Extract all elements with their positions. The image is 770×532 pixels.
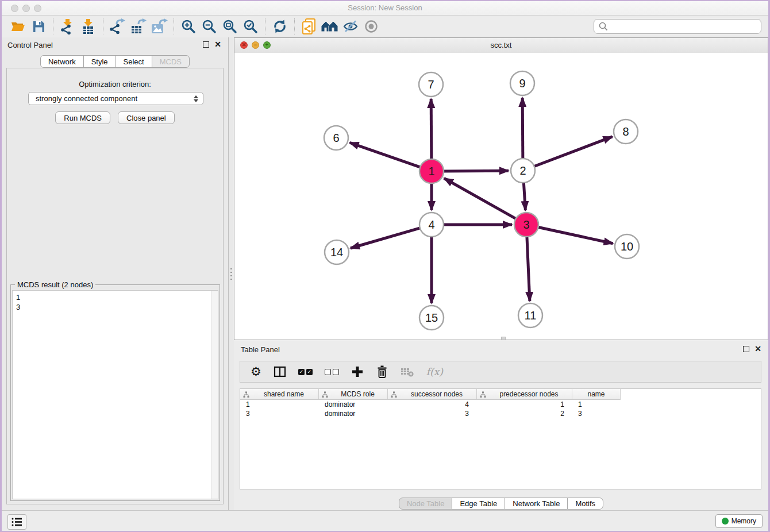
table-cell[interactable]: 3 xyxy=(572,410,621,418)
clone-network-button[interactable] xyxy=(299,17,319,36)
import-network-button[interactable] xyxy=(57,17,78,36)
control-panel-tab-select[interactable]: Select xyxy=(116,55,152,68)
zoom-out-button[interactable] xyxy=(199,17,220,36)
table-row[interactable]: 1dominator411 xyxy=(240,400,761,409)
network-graph[interactable]: 1234678910111415 xyxy=(234,53,768,340)
table-cell[interactable]: 3 xyxy=(388,410,477,418)
table-tab-network-table[interactable]: Network Table xyxy=(505,498,568,510)
hide-selected-button[interactable] xyxy=(340,17,361,36)
table-cell[interactable]: dominator xyxy=(319,400,388,408)
graph-edge-3-11[interactable] xyxy=(527,236,530,301)
close-panel-button[interactable]: Close panel xyxy=(118,111,175,124)
graph-node-label: 7 xyxy=(428,78,434,91)
dropdown-stepper-icon xyxy=(194,95,198,102)
control-panel-tab-mcds[interactable]: MCDS xyxy=(152,55,190,68)
criterion-dropdown[interactable]: strongly connected component xyxy=(28,92,203,105)
add-column-button[interactable] xyxy=(351,365,364,378)
open-session-button[interactable] xyxy=(7,17,28,36)
column-header-label: predecessor nodes xyxy=(486,390,572,398)
save-session-button[interactable] xyxy=(28,17,49,36)
search-box[interactable] xyxy=(594,19,761,34)
graph-edge-2-8[interactable] xyxy=(533,137,613,167)
close-panel-icon[interactable]: ✕ xyxy=(214,40,221,48)
mcds-result-text[interactable]: 1 3 xyxy=(12,290,218,499)
task-history-button[interactable] xyxy=(7,514,26,530)
graph-edge-3-1[interactable] xyxy=(444,178,517,219)
table-cell[interactable]: dominator xyxy=(319,410,388,418)
column-header-predecessor-nodes[interactable]: predecessor nodes xyxy=(477,389,572,400)
graph-edge-4-14[interactable] xyxy=(351,228,421,248)
refresh-layout-button[interactable] xyxy=(270,17,290,36)
table-row[interactable]: 3dominator323 xyxy=(240,409,761,418)
toolbar-separator xyxy=(53,18,53,34)
run-mcds-button[interactable]: Run MCDS xyxy=(55,111,110,124)
graph-node-label: 11 xyxy=(525,309,537,322)
float-panel-icon[interactable] xyxy=(203,41,209,48)
graph-edge-1-7[interactable] xyxy=(431,99,432,160)
graph-edge-3-10[interactable] xyxy=(537,227,613,244)
deselect-all-button[interactable] xyxy=(325,369,339,375)
home-group-button[interactable] xyxy=(319,17,340,36)
columns-icon xyxy=(274,365,286,378)
table-cell[interactable]: 2 xyxy=(477,410,572,418)
function-builder-button[interactable]: f(x) xyxy=(426,366,443,377)
table-cell[interactable]: 4 xyxy=(388,400,477,408)
table-cell[interactable]: 1 xyxy=(240,400,319,408)
export-image-icon xyxy=(151,18,168,34)
mcds-result-lines: 1 3 xyxy=(13,291,218,314)
show-columns-button[interactable] xyxy=(274,365,286,378)
memory-button[interactable]: Memory xyxy=(715,514,763,528)
delete-table-button[interactable] xyxy=(401,366,414,377)
column-header-name[interactable]: name xyxy=(572,389,621,400)
unchecked-box-icon xyxy=(333,369,339,375)
zoom-selected-button[interactable] xyxy=(240,17,261,36)
table-tab-edge-table[interactable]: Edge Table xyxy=(452,498,505,510)
delete-column-button[interactable] xyxy=(376,365,388,379)
network-canvas[interactable]: 1234678910111415 xyxy=(234,53,768,340)
zoom-fit-button[interactable] xyxy=(220,17,240,36)
graph-edge-1-6[interactable] xyxy=(350,142,421,167)
control-panel: Control Panel ✕ NetworkStyleSelectMCDS O… xyxy=(2,37,229,510)
import-table-button[interactable] xyxy=(78,17,99,36)
search-input[interactable] xyxy=(609,20,761,33)
table-cell[interactable]: 1 xyxy=(477,400,572,408)
graph-edge-2-3[interactable] xyxy=(523,182,525,210)
application-window: Session: New Session xyxy=(2,1,768,531)
export-table-button[interactable] xyxy=(128,17,149,36)
table-cell[interactable]: 1 xyxy=(572,400,621,408)
export-network-button[interactable] xyxy=(107,17,128,36)
zoom-in-icon xyxy=(181,19,196,34)
table-cell[interactable]: 3 xyxy=(240,410,319,418)
zoom-out-icon xyxy=(202,19,217,34)
column-header-shared-name[interactable]: shared name xyxy=(240,389,319,400)
node-table[interactable]: shared nameMCDS rolesuccessor nodesprede… xyxy=(240,388,761,489)
table-tab-node-table[interactable]: Node Table xyxy=(399,498,453,510)
float-panel-icon[interactable] xyxy=(743,346,749,352)
panel-splitter[interactable] xyxy=(229,37,234,510)
close-panel-icon[interactable]: ✕ xyxy=(754,345,761,353)
control-panel-header: Control Panel ✕ xyxy=(2,37,228,52)
show-all-button[interactable] xyxy=(361,17,382,36)
column-tree-icon xyxy=(322,391,328,398)
save-icon xyxy=(32,20,45,33)
delete-table-icon xyxy=(401,366,414,377)
splitter-grip-icon[interactable] xyxy=(501,337,506,340)
table-tab-motifs[interactable]: Motifs xyxy=(567,498,603,510)
export-image-button[interactable] xyxy=(149,17,170,36)
graph-edge-1-2[interactable] xyxy=(442,171,509,171)
select-all-button[interactable]: ✓ ✓ xyxy=(298,369,313,375)
toolbar-separator xyxy=(174,18,174,34)
column-header-MCDS-role[interactable]: MCDS role xyxy=(319,389,388,400)
export-network-icon xyxy=(109,18,126,34)
table-settings-button[interactable]: ⚙ xyxy=(251,365,261,378)
zoom-in-button[interactable] xyxy=(178,17,199,36)
column-header-successor-nodes[interactable]: successor nodes xyxy=(388,389,477,400)
column-tree-icon xyxy=(243,391,249,398)
control-panel-tab-network[interactable]: Network xyxy=(40,55,84,68)
criterion-value: strongly connected component xyxy=(36,94,137,103)
result-scrollbar[interactable] xyxy=(211,291,218,499)
graph-edge-2-9[interactable] xyxy=(522,98,523,160)
control-panel-tab-style[interactable]: Style xyxy=(83,55,116,68)
list-icon xyxy=(11,516,23,527)
optimization-criterion-label: Optimization criterion: xyxy=(7,80,223,88)
